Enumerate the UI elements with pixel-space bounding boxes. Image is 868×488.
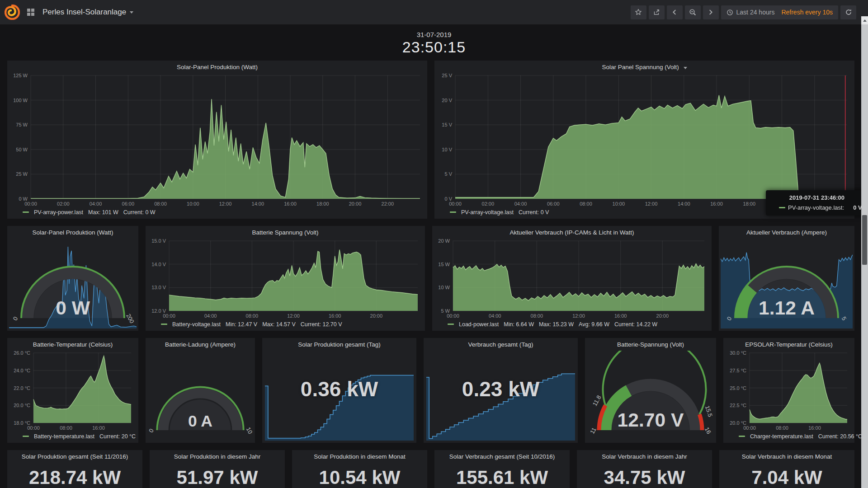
tooltip-series-dash: [779, 207, 785, 208]
current-gauge: 051.12 A: [721, 239, 853, 329]
svg-text:12.70 V: 12.70 V: [618, 409, 684, 431]
legend-color-dash: [23, 211, 29, 213]
panel-title[interactable]: Batterie Spannung (Volt): [148, 226, 422, 237]
panel-title[interactable]: Solar Produktion in diesem Jahr: [152, 450, 282, 461]
panel-title[interactable]: Aktueller Verbrauch (IP-CAMs & Licht in …: [435, 226, 709, 237]
solar-voltage-chart[interactable]: 00:0002:0004:0006:0008:0010:0012:0014:00…: [437, 72, 852, 208]
gauge-area: 0100 A: [147, 351, 253, 441]
dashboard-row-1: Solar-Panel Produktion (Watt) 00:0002:00…: [7, 61, 854, 219]
apps-grid-icon[interactable]: [27, 9, 34, 16]
svg-text:100 W: 100 W: [13, 98, 28, 103]
svg-text:08:00: 08:00: [531, 313, 543, 319]
svg-text:06:00: 06:00: [547, 201, 560, 206]
scrollbar-thumb[interactable]: [862, 215, 867, 265]
panel-title[interactable]: Solar Produktion in diesem Monat: [295, 450, 425, 461]
svg-text:02:00: 02:00: [482, 201, 495, 206]
svg-text:22:00: 22:00: [382, 201, 394, 206]
dashboard-row-4: Solar Produktion gesamt (Seit 11/2016) 2…: [7, 450, 854, 488]
time-back-button[interactable]: [667, 5, 683, 19]
svg-text:16:00: 16:00: [284, 201, 297, 206]
battery-voltage-chart[interactable]: 00:0004:0008:0012:0016:0020:0012.0 V13.0…: [148, 237, 422, 320]
dashboard-grid: Solar-Panel Produktion (Watt) 00:0002:00…: [7, 61, 854, 488]
svg-text:14:00: 14:00: [678, 201, 690, 206]
svg-text:12:00: 12:00: [572, 313, 585, 319]
svg-text:25 V: 25 V: [442, 73, 452, 78]
panel-title[interactable]: Aktueller Verbrauch (Ampere): [722, 226, 852, 237]
grafana-logo-icon[interactable]: [5, 5, 20, 20]
panel-title[interactable]: Solar Verbrauch gesamt (Seit 10/2016): [437, 450, 567, 461]
svg-text:12.0 V: 12.0 V: [151, 308, 166, 314]
panel-title[interactable]: Solar-Panel Produktion (Watt): [10, 226, 136, 237]
panel-gauge-battery-charge: Batterie-Ladung (Ampere) 0100 A: [146, 338, 255, 443]
svg-text:00:00: 00:00: [743, 425, 756, 431]
share-icon: [653, 9, 660, 16]
legend-series-name[interactable]: Battery-voltage.last: [172, 321, 221, 328]
svg-text:16:00: 16:00: [710, 201, 723, 206]
legend-series-name[interactable]: Charger-temperature.last: [750, 433, 813, 440]
dashboard-title-dropdown[interactable]: Perles Insel-Solaranlage: [42, 8, 133, 17]
legend-stat: Min: 12.47 V: [226, 321, 257, 328]
panel-title[interactable]: Batterie-Ladung (Ampere): [148, 338, 252, 349]
panel-title[interactable]: Solar Produktion gesamt (Seit 11/2016): [10, 450, 140, 461]
legend-stat: Max: 15.23 W: [539, 321, 574, 328]
panel-title[interactable]: Verbrauch gesamt (Tag): [426, 338, 575, 349]
tooltip-value: 0 V: [853, 204, 862, 211]
legend-color-dash: [448, 324, 454, 325]
solar-power-chart[interactable]: 00:0002:0004:0006:0008:0010:0012:0014:00…: [10, 72, 425, 208]
panel-title[interactable]: Solar Panel Spannung (Volt): [437, 61, 852, 72]
scrollbar-track[interactable]: [861, 16, 868, 488]
battery-temperature-chart[interactable]: 00:0008:0016:0018.0 °C20.0 °C22.0 °C24.0…: [10, 349, 136, 432]
svg-text:0: 0: [147, 427, 155, 433]
svg-text:0: 0: [12, 315, 19, 321]
panel-stat-solar-production-day: Solar Produktion gesamt (Tag) 0.36 kW: [262, 338, 416, 443]
panel-title[interactable]: Solar Verbrauch in diesem Jahr: [580, 450, 709, 461]
legend-stat: Min: 6.64 W: [504, 321, 534, 328]
time-range-picker[interactable]: Last 24 hours Refresh every 10s: [721, 5, 838, 19]
legend-series-name[interactable]: PV-array-voltage.last: [461, 209, 514, 216]
svg-text:02:00: 02:00: [57, 201, 70, 206]
svg-text:50 W: 50 W: [16, 147, 28, 152]
gauge-area: 02000 W: [9, 239, 137, 329]
svg-text:04:00: 04:00: [514, 201, 527, 206]
panel-title[interactable]: Solar-Panel Produktion (Watt): [10, 61, 425, 72]
battery-voltage-gauge: 11.815.5111612.70 V: [587, 351, 714, 441]
svg-text:25 W: 25 W: [16, 171, 28, 177]
panel-total-consumption-year: Solar Verbrauch in diesem Jahr 34.75 kW: [577, 450, 712, 488]
legend-series-name[interactable]: Battery-temperature.last: [34, 433, 94, 440]
clock-panel: 31-07-2019 23:50:15: [0, 24, 868, 61]
svg-text:10 W: 10 W: [438, 285, 450, 290]
zoom-out-button[interactable]: [685, 5, 701, 19]
panel-gauge-current: Aktueller Verbrauch (Ampere) 051.12 A: [719, 226, 854, 331]
legend-color-dash: [161, 324, 167, 325]
time-forward-button[interactable]: [703, 5, 719, 19]
legend-series-name[interactable]: PV-array-power.last: [34, 209, 83, 216]
svg-text:20:00: 20:00: [656, 313, 669, 319]
svg-text:08:00: 08:00: [154, 201, 167, 206]
panel-battery-temperature: Batterie-Temperatur (Celsius) 00:0008:00…: [7, 338, 138, 443]
charger-temperature-chart[interactable]: 00:0008:0016:0020.0 °C22.5 °C25.0 °C27.5…: [726, 349, 852, 432]
svg-text:30.0 °C: 30.0 °C: [730, 350, 746, 356]
svg-text:11: 11: [589, 426, 598, 435]
panel-title[interactable]: Solar Produktion gesamt (Tag): [265, 338, 414, 349]
chevron-left-icon: [671, 9, 678, 15]
panel-menu-caret-icon[interactable]: [684, 67, 687, 69]
panel-title[interactable]: Batterie-Spannung (Volt): [588, 338, 713, 349]
legend: Charger-temperature.last Current: 20.56 …: [726, 432, 852, 443]
star-button[interactable]: [631, 5, 646, 19]
share-button[interactable]: [649, 5, 665, 19]
panel-title[interactable]: Solar Verbrauch in diesem Monat: [722, 450, 852, 461]
svg-text:00:00: 00:00: [447, 313, 459, 319]
panel-title[interactable]: Batterie-Temperatur (Celsius): [10, 338, 136, 349]
svg-text:0 W: 0 W: [19, 196, 28, 202]
load-power-chart[interactable]: 00:0004:0008:0012:0016:0020:005 W10 W15 …: [435, 237, 709, 320]
legend-series-name[interactable]: Load-power.last: [459, 321, 499, 328]
svg-text:18.0 °C: 18.0 °C: [14, 420, 30, 426]
scroll-up-arrow-icon: [863, 19, 867, 22]
svg-text:00:00: 00:00: [24, 201, 37, 206]
svg-text:11.8: 11.8: [591, 394, 603, 407]
total-value: 34.75 kW: [580, 467, 709, 488]
scroll-up-button[interactable]: [861, 16, 868, 24]
total-value: 51.97 kW: [152, 467, 282, 488]
panel-title[interactable]: EPSOLAR-Temperatur (Celsius): [726, 338, 852, 349]
refresh-button[interactable]: [840, 5, 856, 19]
